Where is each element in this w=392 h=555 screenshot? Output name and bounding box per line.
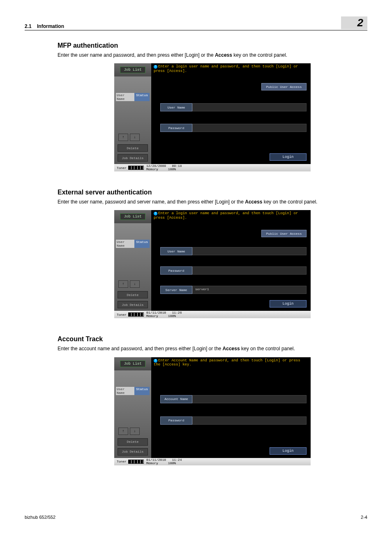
job-list-button[interactable]: Job List	[120, 361, 145, 367]
page-header: 2.1 Information 2	[25, 16, 367, 30]
footer-page: 2-4	[361, 515, 367, 520]
section-intro: Enter the user name, password and server…	[58, 199, 367, 205]
job-list-button[interactable]: Job List	[120, 213, 145, 220]
login-button[interactable]: Login	[270, 447, 307, 455]
sidebar: User NameStatus↑↓DeleteJob Details	[114, 370, 151, 458]
user-name-header: User Name	[116, 387, 134, 395]
arrow-down-icon[interactable]: ↓	[130, 428, 140, 435]
help-message: ?Enter a login user name and password, a…	[151, 210, 311, 223]
password-button[interactable]: Password	[160, 266, 192, 275]
login-panel: Job List?Enter Account Name and password…	[114, 357, 311, 465]
toner-label: Toner	[117, 460, 127, 463]
user-name-header: User Name	[116, 240, 134, 248]
delete-button[interactable]: Delete	[118, 438, 148, 446]
section-title: External server authentication	[58, 189, 367, 196]
arrow-up-icon[interactable]: ↑	[118, 134, 128, 141]
chapter-number: 2	[341, 16, 367, 29]
login-panel: Job List?Enter a login user name and pas…	[114, 63, 311, 171]
password-input[interactable]	[192, 266, 307, 275]
section-title: Account Track	[58, 335, 367, 343]
status-header: Status	[134, 240, 150, 248]
arrow-up-icon[interactable]: ↑	[118, 280, 128, 288]
public-user-access-button[interactable]: Public User Access	[261, 230, 307, 237]
status-header: Status	[134, 93, 150, 101]
status-bar: Toner12/28/2009 09:18Memory 100%	[114, 164, 311, 171]
password-input[interactable]	[192, 124, 307, 132]
section-intro: Enter the account name and password, and…	[58, 345, 367, 352]
login-button[interactable]: Login	[270, 300, 307, 308]
help-icon: ?	[154, 359, 157, 363]
user-name-button[interactable]: User Name	[160, 103, 192, 111]
help-message: ?Enter a login user name and password, a…	[151, 63, 311, 76]
section-title: MFP authentication	[58, 42, 367, 49]
help-icon: ?	[154, 65, 157, 69]
datetime-memory: 12/28/2009 09:18Memory 100%	[146, 164, 182, 171]
main-area: Account NamePasswordLogin	[151, 370, 311, 458]
job-details-button[interactable]: Job Details	[118, 154, 148, 162]
help-icon: ?	[154, 212, 157, 215]
main-area: Public User AccessUser NamePasswordLogin	[151, 76, 311, 164]
toner-bar	[128, 312, 144, 317]
account-name-button[interactable]: Account Name	[160, 395, 192, 403]
status-bar: Toner01/11/2010 11:24Memory 100%	[114, 458, 311, 465]
datetime-memory: 01/11/2010 11:26Memory 100%	[146, 311, 182, 318]
user-name-input[interactable]	[192, 247, 307, 255]
password-button[interactable]: Password	[160, 124, 192, 132]
sidebar: User NameStatus↑↓DeleteJob Details	[114, 223, 151, 311]
user-name-button[interactable]: User Name	[160, 247, 192, 255]
help-message: ?Enter Account Name and password, and th…	[151, 357, 311, 370]
section-label: 2.1 Information	[25, 23, 64, 29]
account-name-input[interactable]	[192, 395, 307, 403]
job-list-button[interactable]: Job List	[120, 67, 145, 73]
page-footer: bizhub 652/552 2-4	[25, 515, 367, 520]
login-button[interactable]: Login	[270, 153, 307, 161]
password-input[interactable]	[192, 416, 307, 425]
toner-bar	[128, 460, 144, 464]
toner-bar	[128, 166, 144, 170]
arrow-up-icon[interactable]: ↑	[118, 428, 128, 435]
arrow-down-icon[interactable]: ↓	[130, 280, 140, 288]
login-panel: Job List?Enter a login user name and pas…	[114, 210, 311, 318]
status-bar: Toner01/11/2010 11:26Memory 100%	[114, 311, 311, 318]
delete-button[interactable]: Delete	[118, 144, 148, 152]
public-user-access-button[interactable]: Public User Access	[261, 83, 307, 90]
server-name-button[interactable]: Server Name	[160, 286, 192, 294]
user-name-input[interactable]	[192, 103, 307, 111]
arrow-down-icon[interactable]: ↓	[130, 134, 140, 141]
status-header: Status	[134, 387, 150, 395]
footer-model: bizhub 652/552	[25, 515, 55, 520]
job-details-button[interactable]: Job Details	[118, 448, 148, 456]
password-button[interactable]: Password	[160, 416, 192, 425]
toner-label: Toner	[117, 313, 127, 317]
user-name-header: User Name	[116, 93, 134, 101]
sidebar: User NameStatus↑↓DeleteJob Details	[114, 76, 151, 164]
server-name-input[interactable]: server1	[192, 286, 307, 294]
job-details-button[interactable]: Job Details	[118, 301, 148, 308]
main-area: Public User AccessUser NamePasswordServe…	[151, 223, 311, 311]
delete-button[interactable]: Delete	[118, 291, 148, 298]
datetime-memory: 01/11/2010 11:24Memory 100%	[146, 458, 182, 465]
section-intro: Enter the user name and password, and th…	[58, 52, 367, 58]
toner-label: Toner	[117, 166, 127, 170]
